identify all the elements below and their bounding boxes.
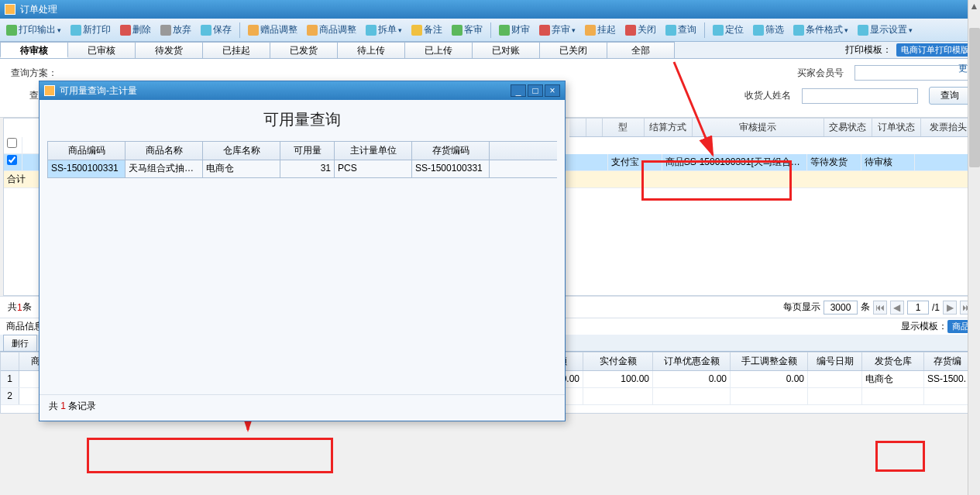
prev-page-button[interactable]: ◀ (890, 301, 904, 315)
toolbar-条件格式[interactable]: 条件格式 (790, 22, 851, 38)
detail-tab-删行[interactable]: 删行 (3, 335, 37, 351)
toolbar-弃审[interactable]: 弃审 (536, 22, 579, 38)
title-bar: 订单处理 (0, 0, 980, 19)
detail-col-header[interactable]: 实付金额 (583, 352, 653, 370)
detail-cell-paid: 100.00 (583, 371, 653, 387)
tab-全部[interactable]: 全部 (607, 42, 675, 58)
tab-已上传[interactable]: 已上传 (404, 42, 473, 58)
detail-col-header[interactable] (1, 352, 19, 370)
商品调整-icon (307, 25, 318, 36)
dialog-titlebar[interactable]: 可用量查询-主计量 _ □ × (40, 81, 565, 100)
toolbar-label: 放弃 (173, 23, 191, 36)
detail-col-header[interactable]: 编号日期 (808, 352, 862, 370)
window-title: 订单处理 (20, 3, 57, 16)
保存-icon (201, 25, 211, 36)
toolbar-放弃[interactable]: 放弃 (157, 22, 194, 38)
buyer-input[interactable] (854, 65, 971, 81)
toolbar-label: 备注 (424, 23, 442, 36)
col-header[interactable]: 结算方式 (645, 119, 693, 136)
page-of: /1 (932, 302, 940, 313)
dialog-col-header[interactable]: 存货编码 (412, 142, 490, 160)
toolbar-财审[interactable]: 财审 (496, 22, 533, 38)
total-prefix: 共 (8, 301, 17, 314)
toolbar-显示设置[interactable]: 显示设置 (854, 22, 916, 38)
stock-query-dialog: 可用量查询-主计量 _ □ × 可用量查询 商品编码商品名称仓库名称可用量主计量… (39, 81, 566, 421)
toolbar-label: 弃审 (552, 23, 570, 36)
条件格式-icon (793, 25, 804, 36)
unit-label: 条 (861, 301, 870, 314)
dialog-col-header[interactable]: 仓库名称 (203, 142, 280, 160)
col-header[interactable]: 订单状态 (872, 119, 921, 136)
select-all-checkbox[interactable] (7, 138, 17, 148)
maximize-button[interactable]: □ (528, 84, 543, 97)
toolbar-客审[interactable]: 客审 (449, 22, 486, 38)
sum-label: 合计 (4, 171, 41, 187)
dialog-col-header[interactable]: 主计量单位 (335, 142, 412, 160)
detail-col-header[interactable]: 订单优惠金额 (653, 352, 731, 370)
detail-cell-date (808, 371, 862, 387)
grid-cell: 待审核 (861, 154, 915, 170)
toolbar-筛选[interactable]: 筛选 (750, 22, 787, 38)
detail-col-header[interactable]: 发货仓库 (862, 352, 924, 370)
minimize-button[interactable]: _ (511, 84, 526, 97)
vertical-scrollbar[interactable]: ▲ (968, 0, 980, 495)
toolbar-赠品调整[interactable]: 赠品调整 (245, 22, 301, 38)
放弃-icon (160, 25, 171, 36)
scroll-thumb[interactable] (969, 28, 980, 167)
tab-已挂起[interactable]: 已挂起 (202, 42, 270, 58)
toolbar-label: 关闭 (638, 23, 656, 36)
close-button[interactable]: × (545, 84, 560, 97)
detail-col-header[interactable]: 存货编 (924, 352, 971, 370)
per-page-input[interactable] (824, 301, 858, 315)
toolbar-定位[interactable]: 定位 (710, 22, 747, 38)
备注-icon (411, 25, 422, 36)
scroll-up-icon[interactable]: ▲ (968, 0, 980, 12)
next-page-button[interactable]: ▶ (943, 301, 957, 315)
toolbar-查询[interactable]: 查询 (662, 22, 700, 38)
toolbar-label: 拆单 (378, 23, 397, 36)
col-header[interactable]: 审核提示 (693, 119, 824, 136)
col-header[interactable]: 型 (603, 119, 645, 136)
col-header[interactable] (569, 119, 586, 136)
dialog-cell-qty: 31 (280, 160, 335, 177)
app-icon (5, 4, 15, 15)
col-header[interactable] (586, 119, 603, 136)
新打印-icon (70, 25, 81, 36)
row-checkbox[interactable] (7, 155, 17, 165)
toolbar-label: 赠品调整 (260, 23, 297, 36)
col-header[interactable]: 交易状态 (824, 119, 873, 136)
tab-待发货[interactable]: 待发货 (135, 42, 203, 58)
receiver-label: 收货人姓名 (743, 89, 791, 102)
print-template-badge[interactable]: 电商订单打印模版 (896, 43, 974, 57)
tab-待上传[interactable]: 待上传 (337, 42, 405, 58)
toolbar-关闭[interactable]: 关闭 (622, 22, 659, 38)
detail-cell-inv: SS-1500. (924, 371, 971, 387)
toolbar-拆单[interactable]: 拆单 (363, 22, 405, 38)
tab-已发货[interactable]: 已发货 (270, 42, 338, 58)
toolbar-商品调整[interactable]: 商品调整 (304, 22, 359, 38)
toolbar-label: 新打印 (83, 23, 111, 36)
receiver-input[interactable] (802, 88, 918, 104)
toolbar-新打印[interactable]: 新打印 (67, 22, 114, 38)
tab-待审核[interactable]: 待审核 (0, 42, 68, 58)
tab-已对账[interactable]: 已对账 (472, 42, 540, 58)
detail-col-header[interactable]: 手工调整金额 (731, 352, 808, 370)
toolbar-备注[interactable]: 备注 (408, 22, 445, 38)
dialog-icon (44, 85, 55, 96)
query-button[interactable]: 查询 (929, 87, 971, 105)
page-input[interactable] (907, 301, 929, 315)
dialog-col-header[interactable]: 可用量 (280, 142, 335, 160)
toolbar-label: 财审 (511, 23, 530, 36)
toolbar-打印输出[interactable]: 打印输出 (3, 22, 64, 38)
toolbar-保存[interactable]: 保存 (198, 22, 235, 38)
first-page-button[interactable]: ⏮ (873, 301, 887, 315)
toolbar-删除[interactable]: 删除 (117, 22, 154, 38)
toolbar-挂起[interactable]: 挂起 (582, 22, 619, 38)
tab-已审核[interactable]: 已审核 (67, 42, 136, 58)
dialog-col-header[interactable]: 商品编码 (48, 142, 126, 160)
dialog-col-header[interactable]: 商品名称 (126, 142, 203, 160)
挂起-icon (585, 25, 596, 36)
tab-已关闭[interactable]: 已关闭 (539, 42, 607, 58)
打印输出-icon (6, 25, 17, 36)
dialog-cell-name: 天马组合式抽… (126, 160, 203, 177)
